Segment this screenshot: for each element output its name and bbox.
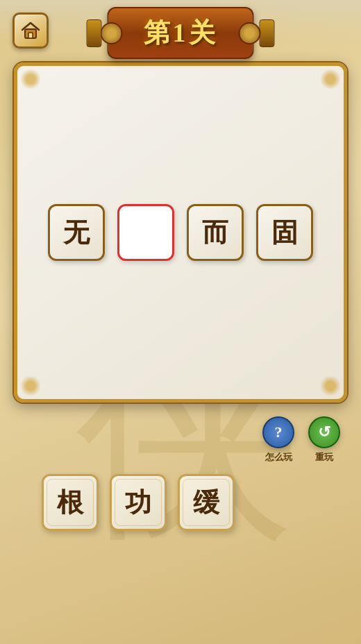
panel-corner-tl	[20, 69, 41, 90]
answer-char-1: 根	[57, 485, 83, 520]
controls-area: ? 怎么玩 ↺ 重玩 根 功 缓	[0, 416, 361, 531]
restart-action-btn[interactable]: ↺ 重玩	[308, 416, 340, 464]
answer-tile-1[interactable]: 根	[42, 474, 99, 531]
word-slot-1[interactable]: 无	[48, 204, 105, 261]
word-slot-2[interactable]	[117, 204, 174, 261]
home-icon	[20, 20, 41, 41]
banner-scroll-right	[260, 19, 275, 47]
restart-icon-circle: ↺	[308, 416, 340, 448]
help-question-icon: ?	[275, 423, 283, 441]
answer-tile-3[interactable]: 缓	[178, 474, 235, 531]
answer-char-3: 缓	[193, 485, 219, 520]
word-slots-row: 无 而 固	[48, 204, 313, 261]
game-panel: 无 而 固	[14, 62, 347, 402]
action-buttons-row: ? 怎么玩 ↺ 重玩	[14, 416, 347, 464]
help-icon-circle: ?	[262, 416, 294, 448]
help-action-btn[interactable]: ? 怎么玩	[262, 416, 294, 464]
restart-arrow-icon: ↺	[318, 423, 330, 441]
word-slot-4[interactable]: 固	[256, 204, 313, 261]
slot-char-3: 而	[202, 215, 228, 251]
panel-corner-bl	[20, 375, 41, 396]
level-title: 第1关	[144, 18, 218, 47]
home-button[interactable]	[12, 12, 49, 49]
title-banner: 第1关	[108, 7, 254, 59]
svg-rect-1	[28, 33, 33, 38]
slot-char-1: 无	[63, 215, 90, 251]
banner-scroll-left	[87, 19, 102, 47]
word-slot-3[interactable]: 而	[187, 204, 244, 261]
slot-char-4: 固	[271, 215, 298, 251]
panel-inner: 无 而 固	[17, 66, 344, 399]
answer-tiles-row: 根 功 缓	[14, 474, 347, 531]
answer-tile-2[interactable]: 功	[110, 474, 167, 531]
help-label: 怎么玩	[265, 451, 292, 464]
answer-char-2: 功	[125, 485, 151, 520]
restart-label: 重玩	[315, 451, 333, 464]
panel-corner-tr	[320, 69, 341, 90]
panel-corner-br	[320, 375, 341, 396]
